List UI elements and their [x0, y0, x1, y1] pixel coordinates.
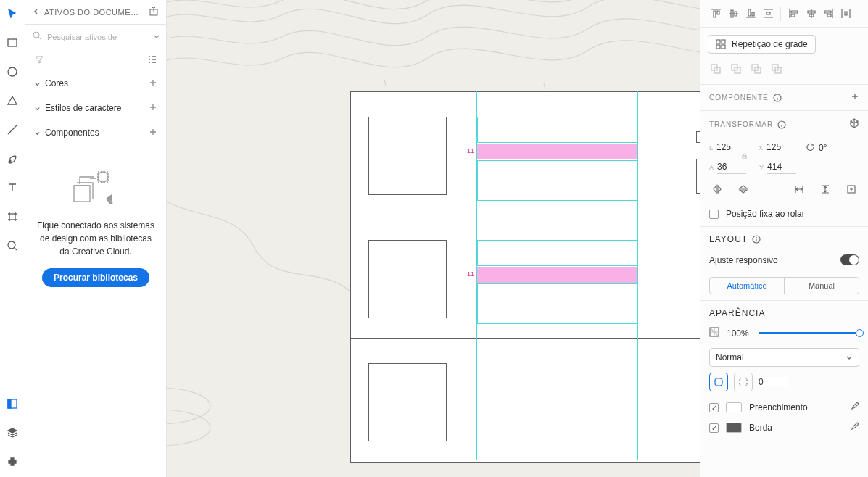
- selected-field-1[interactable]: [477, 240, 638, 266]
- rectangle-tool[interactable]: [4, 35, 20, 51]
- distribute-v-icon[interactable]: [760, 6, 776, 22]
- height-input[interactable]: [717, 160, 746, 174]
- artboard[interactable]: 11 11: [350, 91, 700, 463]
- svg-rect-33: [743, 156, 746, 159]
- align-top-icon[interactable]: [708, 6, 724, 22]
- placeholder-box[interactable]: [368, 240, 447, 318]
- flip-v-icon[interactable]: [735, 181, 751, 197]
- svg-point-2: [9, 160, 11, 162]
- add-component-icon[interactable]: [851, 92, 859, 103]
- text-tool[interactable]: [4, 180, 20, 196]
- ellipse-tool[interactable]: [4, 64, 20, 80]
- lock-icon[interactable]: [741, 152, 748, 162]
- responsive-toggle[interactable]: [840, 254, 859, 265]
- selected-field-1[interactable]: [477, 117, 638, 143]
- placeholder-box[interactable]: [696, 131, 700, 143]
- subtract-icon[interactable]: [728, 61, 744, 77]
- align-bottom-icon[interactable]: [743, 6, 759, 22]
- constrain-all-icon[interactable]: [843, 181, 859, 197]
- x-input[interactable]: [766, 141, 795, 154]
- placeholder-box[interactable]: [696, 159, 700, 194]
- selected-field-2[interactable]: [477, 283, 638, 324]
- assets-panel-button[interactable]: [4, 396, 20, 412]
- selection-edge-right: [637, 91, 638, 460]
- pen-tool[interactable]: [4, 151, 20, 167]
- seg-manual[interactable]: Manual: [784, 278, 859, 294]
- svg-rect-37: [715, 378, 722, 386]
- colors-section[interactable]: Cores: [25, 71, 166, 96]
- list-view-icon[interactable]: [147, 54, 157, 67]
- responsive-mode-segment[interactable]: Automático Manual: [709, 277, 859, 294]
- intersect-icon[interactable]: [748, 61, 764, 77]
- constrain-v-icon[interactable]: [817, 181, 833, 197]
- align-right-icon[interactable]: [820, 6, 836, 22]
- align-vcenter-icon[interactable]: [725, 6, 741, 22]
- border-swatch[interactable]: [726, 423, 742, 433]
- boolean-ops: [700, 61, 868, 84]
- fill-checkbox[interactable]: [709, 403, 719, 412]
- assets-panel: ATIVOS DO DOCUMENT… Cores Estilos de car…: [25, 0, 167, 477]
- artboard-tool[interactable]: [4, 209, 20, 225]
- add-icon[interactable]: [149, 128, 157, 138]
- svg-rect-22: [722, 45, 725, 49]
- union-icon[interactable]: [708, 61, 724, 77]
- flip-h-icon[interactable]: [709, 181, 725, 197]
- gap-indicator: [477, 144, 638, 159]
- polygon-tool[interactable]: [4, 93, 20, 109]
- align-hcenter-icon[interactable]: [803, 6, 819, 22]
- fill-label: Preenchimento: [749, 402, 843, 412]
- chevron-down-icon[interactable]: [153, 32, 160, 42]
- placeholder-box[interactable]: [368, 363, 447, 441]
- search-icon: [33, 31, 41, 42]
- guide-vertical: [561, 0, 561, 477]
- gap-value: 11: [467, 147, 474, 154]
- canvas[interactable]: 11 11: [167, 0, 700, 477]
- border-checkbox[interactable]: [709, 423, 719, 433]
- plugins-panel-button[interactable]: [4, 454, 20, 470]
- char-styles-section[interactable]: Estilos de caractere: [25, 96, 166, 120]
- 3d-icon[interactable]: [849, 118, 859, 130]
- y-input[interactable]: [767, 160, 796, 174]
- constrain-h-icon[interactable]: [791, 181, 807, 197]
- search-input[interactable]: [47, 33, 147, 41]
- svg-rect-20: [722, 40, 725, 43]
- align-left-icon[interactable]: [785, 6, 801, 22]
- selected-field-2[interactable]: [477, 160, 638, 201]
- corner-independent-icon[interactable]: [734, 373, 753, 391]
- repeat-grid-button[interactable]: Repetição de grade: [708, 35, 816, 54]
- corner-radius-input[interactable]: [759, 377, 788, 387]
- back-icon[interactable]: [33, 7, 40, 17]
- line-tool[interactable]: [4, 122, 20, 138]
- filter-icon[interactable]: [34, 54, 44, 67]
- browse-libraries-button[interactable]: Procurar bibliotecas: [42, 268, 149, 287]
- select-tool[interactable]: [4, 6, 20, 22]
- share-icon[interactable]: [149, 6, 159, 18]
- inspector-panel: Repetição de grade COMPONENTE TRANSFORMA…: [700, 0, 868, 477]
- svg-rect-0: [8, 39, 17, 46]
- placeholder-box[interactable]: [368, 117, 447, 195]
- components-section[interactable]: Componentes: [25, 120, 166, 145]
- zoom-tool[interactable]: [4, 238, 20, 254]
- svg-point-8: [33, 32, 39, 38]
- tools-toolbar: [0, 0, 25, 477]
- opacity-slider[interactable]: [759, 332, 859, 334]
- svg-point-10: [98, 172, 108, 182]
- responsive-label: Ajuste responsivo: [709, 255, 778, 265]
- align-controls: [700, 0, 868, 28]
- blend-mode-select[interactable]: Normal: [709, 348, 859, 367]
- corner-same-icon[interactable]: [709, 373, 728, 391]
- exclude-icon[interactable]: [769, 61, 785, 77]
- border-label: Borda: [749, 423, 843, 433]
- fixed-scroll-checkbox[interactable]: [709, 210, 719, 219]
- fill-swatch[interactable]: [726, 402, 742, 412]
- rotation-value: 0°: [819, 143, 827, 153]
- eyedropper-icon[interactable]: [850, 402, 859, 413]
- rotate-icon: [806, 142, 815, 154]
- svg-rect-21: [716, 45, 720, 49]
- add-icon[interactable]: [149, 78, 157, 89]
- layers-panel-button[interactable]: [4, 425, 20, 441]
- distribute-h-icon[interactable]: [838, 6, 853, 22]
- seg-auto[interactable]: Automático: [710, 278, 784, 294]
- add-icon[interactable]: [149, 103, 157, 114]
- eyedropper-icon[interactable]: [850, 422, 859, 434]
